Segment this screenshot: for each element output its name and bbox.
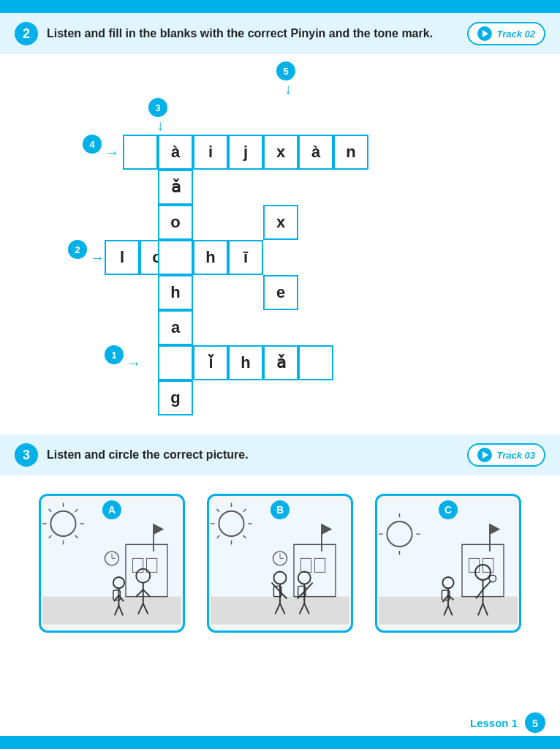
picture-C[interactable]: C [375,494,521,633]
section3-header: 3 Listen and circle the correct picture.… [0,434,560,475]
clue1-arrow: → [126,355,141,372]
clue2-arrow: → [90,249,105,266]
picture-B-label: B [270,500,290,519]
clue4-badge: 4 [83,135,102,154]
clue5-arrow: ↓ [284,80,292,97]
cell-5-5: e [263,275,298,310]
cell-3-8: g [158,380,193,415]
clue3-arrow: ↓ [156,117,164,134]
cell-3-2: ǎ [158,170,193,205]
cell-1-2: ǐ [193,345,228,380]
picture-C-label: C [439,500,458,519]
cell-2-5: ī [228,240,263,275]
cell-4-6: à [298,135,333,170]
section2-header: 2 Listen and fill in the blanks with the… [0,13,560,54]
cell-4-1 [123,135,158,170]
svg-rect-10 [42,596,181,624]
track02-label: Track 02 [496,29,535,39]
section2-instruction: Listen and fill in the blanks with the c… [47,27,467,40]
cell-1-3: h [228,345,263,380]
track02-badge[interactable]: Track 02 [467,22,545,45]
page-footer: Lesson 1 5 [470,712,545,733]
clue1-badge: 1 [105,345,124,364]
cell-1-1 [158,345,193,380]
clue2-badge: 2 [68,240,87,259]
crossword-area: 5 ↓ 3 ↓ 4 → à i j x à n ǎ o x 2 → l [0,54,560,427]
top-bar [0,0,560,13]
section3-number: 3 [15,443,38,467]
lesson-label: Lesson 1 [470,717,518,729]
bottom-bar [0,736,560,749]
clue5-badge: 5 [276,61,295,80]
track03-play-icon [477,448,492,462]
page-number: 5 [525,712,545,733]
track02-play-icon [477,26,492,41]
cell-3-3: o [158,205,193,240]
section3-instruction: Listen and circle the correct picture. [47,448,467,462]
cell-4-4: j [228,135,263,170]
cell-3-5: h [158,275,193,310]
picture-A[interactable]: A [39,494,185,633]
clue3-badge: 3 [148,98,167,117]
picture-B[interactable]: B [207,494,353,633]
track03-badge[interactable]: Track 03 [467,443,545,467]
cell-1-5 [298,345,333,380]
cell-2-4: h [193,240,228,275]
pictures-row: A [0,475,560,651]
cell-4-3: i [193,135,228,170]
cell-4-7: n [333,135,368,170]
section2-number: 2 [15,22,38,45]
cell-2-1: l [105,240,140,275]
cell-4-5: x [263,135,298,170]
cell-5-3: x [263,205,298,240]
cell-4-2: à [158,135,193,170]
track03-label: Track 03 [496,450,535,461]
clue4-arrow: → [105,144,119,161]
picture-A-label: A [102,500,121,519]
cell-3-6: a [158,310,193,345]
cell-1-4: ǎ [263,345,298,380]
crossword-container: 5 ↓ 3 ↓ 4 → à i j x à n ǎ o x 2 → l [68,61,492,413]
cell-2-3 [158,240,193,275]
